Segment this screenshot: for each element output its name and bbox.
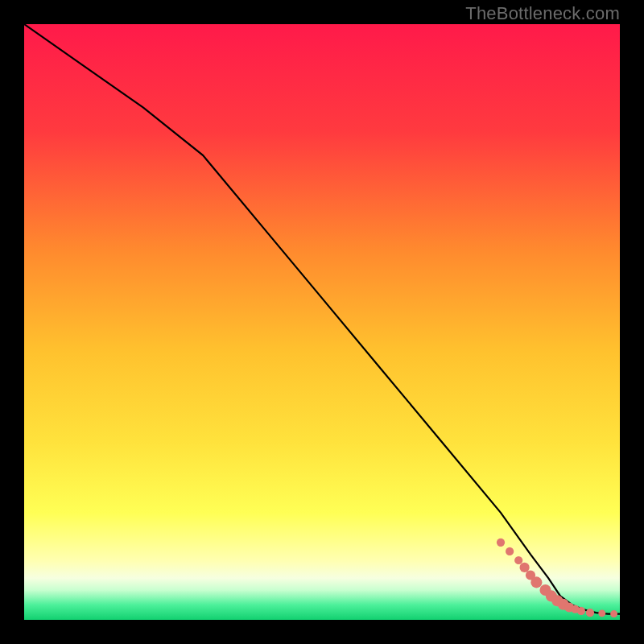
data-dot bbox=[577, 607, 585, 615]
data-dot bbox=[514, 556, 522, 564]
gradient-background bbox=[24, 24, 620, 620]
chart-plot bbox=[24, 24, 620, 620]
chart-frame: TheBottleneck.com bbox=[0, 0, 644, 644]
watermark-text: TheBottleneck.com bbox=[465, 3, 620, 24]
data-dot bbox=[530, 576, 542, 588]
data-dot bbox=[497, 539, 505, 547]
data-dot bbox=[506, 547, 514, 555]
data-dot bbox=[598, 609, 605, 617]
data-dot bbox=[610, 610, 617, 617]
data-dot bbox=[520, 563, 530, 572]
data-dot bbox=[586, 609, 594, 617]
